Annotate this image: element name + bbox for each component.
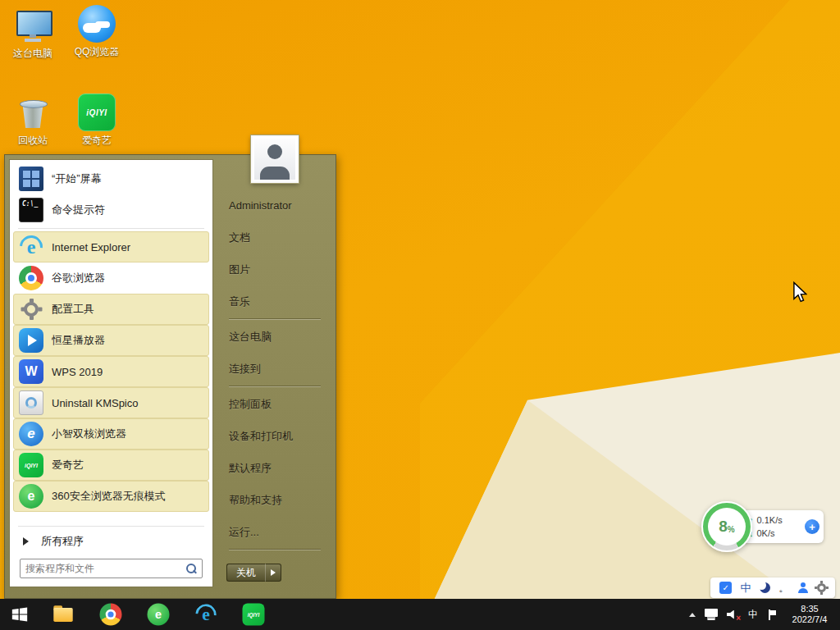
desktop-icon-qq-browser[interactable]: QQ浏览器 — [64, 5, 130, 59]
start-menu-item-label: 爱奇艺 — [52, 458, 84, 472]
shutdown-options-arrow[interactable] — [265, 564, 281, 582]
volume-muted-icon[interactable] — [727, 609, 739, 620]
start-menu-item-command-prompt[interactable]: C:\_ 命令提示符 — [13, 194, 209, 226]
tray-expand-chevron-icon[interactable] — [689, 613, 696, 617]
taskbar: 中 8:35 2022/7/4 — [0, 599, 840, 630]
start-menu-item-kmspico[interactable]: Uninstall KMSpico — [13, 387, 209, 418]
start-menu-right-item-documents[interactable]: 文档 — [217, 221, 332, 253]
windows-logo-icon — [11, 605, 29, 623]
desktop-icon-iqiyi[interactable]: iQIYI 爱奇艺 — [64, 94, 130, 148]
user-name[interactable]: Administrator — [217, 189, 332, 221]
start-menu-item-start-screen[interactable]: “开始”屏幕 — [13, 163, 209, 194]
separator — [229, 386, 321, 387]
ime-language-indicator[interactable]: 中 — [748, 609, 758, 619]
desktop-icon-this-pc[interactable]: 这台电脑 — [0, 7, 66, 61]
start-menu-right-item-devices-printers[interactable]: 设备和打印机 — [217, 420, 332, 452]
start-menu-right-item-connect-to[interactable]: 连接到 — [217, 353, 332, 385]
desktop-icon-label: 爱奇艺 — [64, 134, 130, 148]
start-menu-right-item-pictures[interactable]: 图片 — [217, 253, 332, 285]
moon-icon[interactable] — [760, 582, 770, 593]
start-menu-item-star-player[interactable]: 恒星播放器 — [13, 325, 209, 356]
system-tray: 中 8:35 2022/7/4 — [689, 604, 840, 625]
desktop-screen: 这台电脑 QQ浏览器 回收站 iQIYI 爱奇艺 “开始”屏幕 — [0, 0, 840, 630]
start-menu-right-item-control-panel[interactable]: 控制面板 — [217, 388, 332, 420]
xiaozhi-browser-icon — [19, 422, 43, 446]
start-menu-item-label: Internet Explorer — [52, 241, 130, 253]
right-item-label: 控制面板 — [229, 397, 272, 412]
right-arrow-icon — [23, 537, 29, 546]
gear-icon[interactable] — [817, 583, 826, 592]
desktop-icon-label: 回收站 — [0, 134, 66, 148]
start-menu-item-label: 配置工具 — [52, 302, 94, 317]
internet-explorer-icon — [19, 235, 43, 259]
desktop-icon-label: QQ浏览器 — [64, 45, 130, 59]
chrome-icon — [19, 266, 43, 290]
start-menu-right-item-default-programs[interactable]: 默认程序 — [217, 452, 332, 484]
acceleration-ball-percent: 8% — [703, 503, 751, 550]
taskbar-app-browser-360[interactable] — [135, 599, 182, 630]
action-center-flag-icon[interactable] — [767, 609, 777, 620]
start-menu-item-internet-explorer[interactable]: Internet Explorer — [13, 231, 209, 262]
start-menu-program-list: “开始”屏幕 C:\_ 命令提示符 Internet Explorer 谷歌浏览… — [10, 160, 212, 512]
user-silhouette-icon — [254, 139, 295, 180]
taskbar-app-iqiyi[interactable] — [230, 599, 277, 630]
network-status-icon[interactable] — [705, 609, 718, 620]
all-programs-button[interactable]: 所有程序 — [10, 529, 212, 554]
add-button[interactable] — [805, 519, 819, 534]
ime-logo-icon[interactable] — [719, 582, 732, 594]
start-menu-item-label: 360安全浏览器无痕模式 — [52, 489, 166, 504]
search-input[interactable] — [25, 563, 185, 574]
separator — [18, 526, 204, 527]
start-menu-item-wps[interactable]: WPS 2019 — [13, 356, 209, 387]
start-menu-item-label: Uninstall KMSpico — [52, 397, 139, 409]
ime-mode-indicator[interactable]: 中 — [740, 582, 751, 593]
start-menu-item-label: 命令提示符 — [52, 203, 105, 217]
separator — [18, 228, 204, 229]
shutdown-controls: 关机 — [226, 564, 281, 582]
start-menu-right-item-help-support[interactable]: 帮助和支持 — [217, 484, 332, 516]
browser-360-icon — [19, 484, 43, 509]
right-item-label: 设备和打印机 — [229, 429, 293, 444]
search-icon — [185, 563, 197, 574]
separator — [229, 318, 321, 320]
start-screen-icon — [19, 167, 43, 191]
start-menu-right-item-run[interactable]: 运行... — [217, 516, 332, 548]
right-item-label: 默认程序 — [229, 461, 272, 476]
right-item-label: 图片 — [229, 262, 250, 277]
desktop-icon-recycle-bin[interactable]: 回收站 — [0, 94, 66, 148]
taskbar-app-internet-explorer[interactable] — [182, 599, 230, 630]
iqiyi-wordmark: iQIYI — [78, 94, 116, 131]
start-menu-bottom: 所有程序 — [10, 523, 212, 587]
start-menu-right-item-this-pc[interactable]: 这台电脑 — [217, 321, 332, 353]
start-menu-item-label: 谷歌浏览器 — [52, 271, 105, 285]
start-menu-item-config-tools[interactable]: 配置工具 — [13, 294, 209, 325]
ball-value: 8 — [719, 518, 728, 536]
person-icon[interactable] — [797, 582, 808, 593]
start-menu-item-browser-360[interactable]: 360安全浏览器无痕模式 — [13, 481, 209, 512]
desktop-icon-label: 这台电脑 — [0, 47, 66, 61]
cmd-glyph: C:\_ — [22, 201, 38, 208]
clock-date: 2022/7/4 — [786, 614, 833, 625]
start-menu-right-item-music[interactable]: 音乐 — [217, 285, 332, 317]
shutdown-button[interactable]: 关机 — [226, 564, 265, 582]
taskbar-clock[interactable]: 8:35 2022/7/4 — [786, 604, 833, 625]
separator — [229, 549, 321, 550]
start-button[interactable] — [0, 599, 39, 630]
start-menu-item-label: “开始”屏幕 — [52, 171, 102, 186]
user-name-label: Administrator — [229, 199, 292, 212]
qq-browser-icon — [78, 5, 116, 43]
taskbar-app-chrome[interactable] — [87, 599, 135, 630]
right-item-label: 文档 — [229, 231, 250, 245]
start-menu-item-iqiyi[interactable]: 爱奇艺 — [13, 450, 209, 481]
clock-time: 8:35 — [786, 604, 833, 614]
ime-punctuation-indicator[interactable]: 。 — [778, 584, 789, 592]
download-speed-value: 0K/s — [757, 527, 775, 540]
taskbar-app-file-explorer[interactable] — [39, 599, 87, 630]
user-avatar[interactable] — [251, 135, 299, 183]
shutdown-label: 关机 — [236, 566, 256, 580]
acceleration-ball-widget[interactable]: 8% — [701, 501, 752, 552]
right-item-label: 运行... — [229, 525, 259, 540]
start-menu-item-xiaozhi-browser[interactable]: 小智双核浏览器 — [13, 418, 209, 450]
start-menu-item-chrome[interactable]: 谷歌浏览器 — [13, 262, 209, 294]
recycle-bin-icon — [14, 94, 52, 131]
